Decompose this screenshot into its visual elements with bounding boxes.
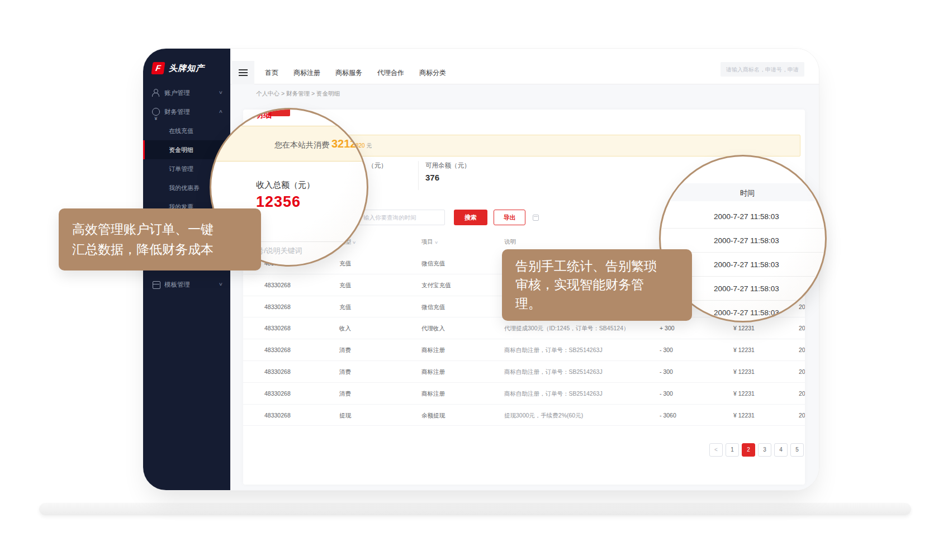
nav-tabs: 首页 商标注册 商标服务 代理合作 商标分类 <box>265 61 446 84</box>
page-button[interactable]: 3 <box>758 443 771 457</box>
cell-order-no: 48330268 <box>264 296 291 318</box>
page-button[interactable]: 1 <box>726 443 739 457</box>
cell-type: 收入 <box>339 317 351 339</box>
prev-page-button[interactable]: < <box>709 443 723 457</box>
chevron-icon: ∧ <box>219 102 223 121</box>
logo-icon: F <box>151 62 165 74</box>
chevron-icon: ∨ <box>219 83 223 102</box>
banner-suffix: 元 <box>365 143 372 149</box>
sidebar-item-label: 模板管理 <box>164 275 190 294</box>
available-balance-value: 376 <box>425 173 439 182</box>
sort-caret-icon: ∨ <box>352 240 356 245</box>
sort-caret-icon: ∨ <box>434 240 438 245</box>
pagination: < 1 2 3 4 5 <box>709 443 804 457</box>
cell-amount: - 300 <box>660 339 673 361</box>
cell-amount: - 300 <box>660 383 673 405</box>
sidebar-item-label: 资金明细 <box>169 140 193 159</box>
stats-divider <box>418 161 419 190</box>
consumption-total-label: （元） <box>368 162 387 170</box>
cell-balance: ¥ 12231 <box>733 383 755 405</box>
cell-amount: - 3060 <box>660 405 676 426</box>
cell-order-no: 48330268 <box>264 405 291 426</box>
sidebar-item[interactable]: 模板管理 ∨ <box>143 275 230 294</box>
cell-project: 商标注册 <box>421 339 445 361</box>
cell-project: 代理收入 <box>421 317 445 339</box>
cell-order-no: 48330268 <box>264 274 291 296</box>
sidebar-item-label: 账户管理 <box>164 83 190 102</box>
table-row: 48330268 消费 商标注册 商标自助注册，订单号：SB2514263J -… <box>243 339 805 361</box>
cell-balance: ¥ 12231 <box>733 339 755 361</box>
available-balance-label: 可用余额（元） <box>425 162 471 170</box>
column-header-project[interactable]: 项目∨ <box>421 238 438 246</box>
column-header-desc: 说明 <box>504 238 516 246</box>
cell-time: 2000-7-27 11:58:03 <box>799 361 805 383</box>
cell-description: 商标自助注册，订单号：SB2514263J <box>504 383 603 405</box>
breadcrumb: 个人中心 > 财务管理 > 资金明细 <box>256 90 340 98</box>
cell-project: 支付宝充值 <box>421 274 451 296</box>
page-button[interactable]: 2 <box>742 443 755 457</box>
cell-order-no: 48330268 <box>264 339 291 361</box>
logo-text: 头牌知产 <box>169 63 205 74</box>
nav-tab[interactable]: 首页 <box>265 68 278 78</box>
search-button[interactable]: 搜索 <box>454 210 487 225</box>
cell-time: 2000-7-27 11:58:03 <box>799 383 805 405</box>
cell-type: 充值 <box>339 253 351 274</box>
tooltip-right: 告别手工统计、告别繁琐 审核，实现智能财务管 理。 <box>502 249 692 321</box>
cell-time: 2000-7-27 11:58:03 <box>799 317 805 339</box>
table-row: 48330268 收入 代理收入 代理提成300元（ID:1245，订单号：SB… <box>243 317 805 339</box>
cell-order-no: 48330268 <box>264 361 291 383</box>
calendar-icon[interactable] <box>533 215 539 221</box>
cell-amount: + 300 <box>660 317 675 339</box>
nav-tab[interactable]: 商标服务 <box>335 68 362 78</box>
table-row: 48330268 消费 商标注册 商标自助注册，订单号：SB2514263J -… <box>243 383 805 405</box>
export-button[interactable]: 导出 <box>494 210 525 225</box>
sidebar-item[interactable]: 在线充值 <box>143 121 230 140</box>
table-row: 48330268 消费 商标注册 商标自助注册，订单号：SB2514263J -… <box>243 361 805 383</box>
laptop-base <box>39 503 911 515</box>
sidebar-item-label: 在线充值 <box>169 121 193 140</box>
cell-project: 余额提现 <box>421 405 445 426</box>
cell-balance: ¥ 12231 <box>733 405 755 426</box>
tooltip-left: 高效管理账户订单、一键 汇总数据，降低财务成本 <box>59 208 261 270</box>
cell-type: 充值 <box>339 296 351 318</box>
menu-toggle-button[interactable] <box>232 61 254 84</box>
cell-description: 提现3000元，手续费2%(60元) <box>504 405 583 426</box>
cell-order-no: 48330268 <box>264 383 291 405</box>
sidebar-item-label: 订单管理 <box>169 159 193 178</box>
cell-type: 提现 <box>339 405 351 426</box>
cell-balance: ¥ 12231 <box>733 361 755 383</box>
cell-description: 商标自助注册，订单号：SB2514263J <box>504 361 603 383</box>
cell-order-no: 48330268 <box>264 317 291 339</box>
page-button[interactable]: 5 <box>790 443 804 457</box>
sidebar-item-label: 财务管理 <box>164 102 190 121</box>
sidebar-item-label: 我的优惠券 <box>169 178 200 197</box>
hamburger-icon <box>239 72 248 73</box>
logo[interactable]: F 头牌知产 <box>143 49 230 83</box>
top-nav: 首页 商标注册 商标服务 代理合作 商标分类 <box>230 49 819 84</box>
page: F 头牌知产 账户管理 ∨ 财务管理 ∧ <box>0 0 948 560</box>
user-icon <box>152 89 160 97</box>
sidebar-item[interactable]: 财务管理 ∧ <box>143 102 230 121</box>
page-button[interactable]: 4 <box>774 443 788 457</box>
cell-type: 消费 <box>339 383 351 405</box>
chevron-icon: ∨ <box>219 275 223 294</box>
cell-time: 2000-7-27 11:58:03 <box>799 339 805 361</box>
nav-tab[interactable]: 商标注册 <box>293 68 320 78</box>
page-buttons: 1 2 3 4 5 <box>726 443 804 457</box>
cell-type: 消费 <box>339 361 351 383</box>
table-row: 48330268 提现 余额提现 提现3000元，手续费2%(60元) - 30… <box>243 405 805 426</box>
cell-project: 商标注册 <box>421 383 445 405</box>
sidebar-item[interactable]: 账户管理 ∨ <box>143 83 230 102</box>
nav-tab[interactable]: 商标分类 <box>419 68 446 78</box>
finance-icon <box>152 108 160 116</box>
trademark-search-input[interactable] <box>721 62 804 77</box>
cell-description: 代理提成300元（ID:1245，订单号：SB45124） <box>504 317 629 339</box>
cell-description: 商标自助注册，订单号：SB2514263J <box>504 339 603 361</box>
cell-amount: - 300 <box>660 361 673 383</box>
nav-tab[interactable]: 代理合作 <box>377 68 404 78</box>
cell-time: 2000-7-27 11:58:03 <box>799 405 805 426</box>
cell-type: 充值 <box>339 274 351 296</box>
cell-project: 商标注册 <box>421 361 445 383</box>
cell-project: 微信充值 <box>421 296 445 318</box>
template-icon <box>152 281 160 288</box>
